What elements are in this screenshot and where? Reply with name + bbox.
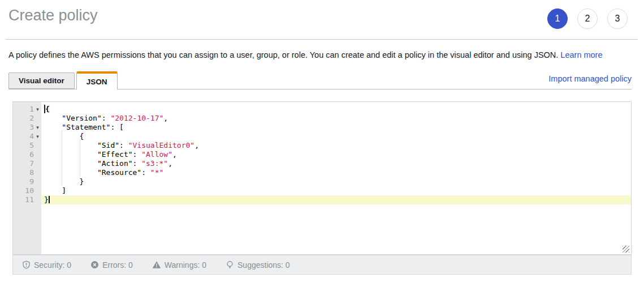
status-item-suggestions[interactable]: Suggestions: 0 bbox=[226, 260, 290, 270]
status-label: Errors: 0 bbox=[102, 260, 133, 270]
gutter-line-5: 5 bbox=[13, 141, 41, 150]
suggestions-icon bbox=[226, 260, 234, 269]
code-token: "s3:*" bbox=[141, 159, 168, 168]
status-item-warnings[interactable]: Warnings: 0 bbox=[152, 260, 206, 270]
code-line-7[interactable]: "Action": "s3:*", bbox=[41, 159, 631, 168]
gutter-line-2: 2 bbox=[13, 114, 41, 123]
code-line-2[interactable]: "Version": "2012-10-17", bbox=[41, 114, 631, 123]
code-token bbox=[44, 114, 62, 122]
code-line-3[interactable]: "Statement": [ bbox=[41, 123, 631, 132]
code-token: "Sid" bbox=[97, 141, 119, 149]
line-number: 3 bbox=[29, 123, 34, 132]
header-divider bbox=[6, 39, 638, 40]
editor-tab-bar: Visual editorJSON bbox=[8, 72, 632, 89]
code-token: ] bbox=[44, 186, 66, 195]
status-item-security[interactable]: Security: 0 bbox=[22, 260, 71, 270]
code-token: : [ bbox=[110, 123, 123, 131]
code-token: : bbox=[102, 114, 111, 122]
gutter-line-1: 1▾ bbox=[13, 105, 41, 114]
editor-status-bar: Security: 0Errors: 0Warnings: 0Suggestio… bbox=[12, 255, 632, 275]
code-token bbox=[44, 150, 97, 159]
indent-guide bbox=[80, 140, 80, 176]
gutter-line-6: 6 bbox=[13, 150, 41, 159]
fold-arrow-icon[interactable]: ▾ bbox=[34, 132, 41, 141]
gutter-line-8: 8 bbox=[13, 168, 41, 177]
code-token bbox=[44, 141, 97, 149]
code-token: "Version" bbox=[62, 114, 101, 122]
gutter-line-9: 9 bbox=[13, 177, 41, 186]
create-policy-page: Create policy 123 A policy defines the A… bbox=[0, 0, 644, 282]
code-line-1[interactable]: { bbox=[41, 105, 631, 114]
line-number: 9 bbox=[29, 177, 34, 186]
code-token: } bbox=[44, 177, 84, 186]
code-token: "2012-10-17" bbox=[110, 114, 163, 122]
status-item-errors[interactable]: Errors: 0 bbox=[90, 260, 133, 270]
gutter-line-3: 3▾ bbox=[13, 123, 41, 132]
code-token bbox=[44, 159, 97, 168]
security-shield-icon bbox=[22, 260, 31, 269]
editor-gutter: 1▾23▾4▾567891011 bbox=[13, 102, 41, 254]
fold-arrow-icon[interactable]: ▾ bbox=[34, 105, 41, 114]
step-indicator: 123 bbox=[547, 8, 628, 29]
indent-guide bbox=[62, 131, 62, 185]
code-token: : bbox=[133, 150, 142, 159]
editor-code-area[interactable]: { "Version": "2012-10-17", "Statement": … bbox=[41, 102, 631, 254]
code-line-5[interactable]: "Sid": "VisualEditor0", bbox=[41, 141, 631, 150]
line-number: 6 bbox=[29, 150, 34, 159]
fold-arrow-icon[interactable]: ▾ bbox=[34, 123, 41, 132]
text-cursor bbox=[49, 196, 50, 203]
code-token: "Statement" bbox=[62, 123, 110, 131]
code-line-8[interactable]: "Resource": "*" bbox=[41, 168, 631, 177]
gutter-line-4: 4▾ bbox=[13, 132, 41, 141]
editor-resize-handle[interactable] bbox=[623, 246, 629, 253]
code-token: , bbox=[172, 150, 177, 159]
code-token: "Allow" bbox=[141, 150, 172, 159]
step-2: 2 bbox=[577, 8, 598, 29]
status-label: Warnings: 0 bbox=[165, 260, 206, 270]
code-token: : bbox=[141, 168, 150, 177]
page-title: Create policy bbox=[8, 7, 98, 24]
line-number: 10 bbox=[25, 186, 34, 195]
code-token bbox=[44, 123, 62, 131]
code-line-6[interactable]: "Effect": "Allow", bbox=[41, 150, 631, 159]
line-number: 1 bbox=[29, 105, 34, 114]
policy-description-text: A policy defines the AWS permissions tha… bbox=[8, 50, 560, 59]
code-line-11[interactable]: } bbox=[41, 195, 631, 204]
code-token: { bbox=[44, 132, 84, 140]
line-number: 2 bbox=[29, 114, 34, 123]
import-managed-policy-link[interactable]: Import managed policy bbox=[548, 74, 632, 83]
code-token: { bbox=[44, 105, 50, 113]
tab-json[interactable]: JSON bbox=[76, 71, 118, 89]
code-token: , bbox=[163, 114, 168, 122]
line-number: 7 bbox=[29, 159, 34, 168]
tab-visual-editor[interactable]: Visual editor bbox=[8, 72, 75, 89]
errors-icon bbox=[90, 260, 99, 269]
gutter-line-7: 7 bbox=[13, 159, 41, 168]
code-token: , bbox=[195, 141, 199, 149]
code-line-9[interactable]: } bbox=[41, 177, 631, 186]
step-3: 3 bbox=[607, 8, 628, 29]
code-token: "Action" bbox=[97, 159, 133, 168]
code-token: "Resource" bbox=[97, 168, 141, 177]
code-token: "*" bbox=[150, 168, 163, 177]
code-token: "Effect" bbox=[97, 150, 133, 159]
code-line-10[interactable]: ] bbox=[41, 186, 631, 195]
line-number: 5 bbox=[29, 141, 34, 150]
code-token: } bbox=[44, 195, 49, 204]
json-policy-editor[interactable]: 1▾23▾4▾567891011 { "Version": "2012-10-1… bbox=[12, 101, 632, 255]
code-token bbox=[44, 168, 97, 177]
code-token: , bbox=[168, 159, 172, 168]
gutter-line-10: 10 bbox=[13, 186, 41, 195]
line-number: 4 bbox=[29, 132, 34, 141]
policy-description: A policy defines the AWS permissions tha… bbox=[8, 50, 603, 59]
code-token: : bbox=[119, 141, 128, 149]
line-number: 8 bbox=[29, 168, 34, 177]
step-1: 1 bbox=[547, 8, 568, 29]
status-label: Security: 0 bbox=[34, 260, 71, 270]
learn-more-link[interactable]: Learn more bbox=[560, 50, 602, 59]
status-label: Suggestions: 0 bbox=[237, 260, 290, 270]
warnings-icon bbox=[152, 260, 161, 269]
code-line-4[interactable]: { bbox=[41, 132, 631, 141]
code-token: : bbox=[133, 159, 142, 168]
gutter-line-11: 11 bbox=[13, 195, 41, 204]
